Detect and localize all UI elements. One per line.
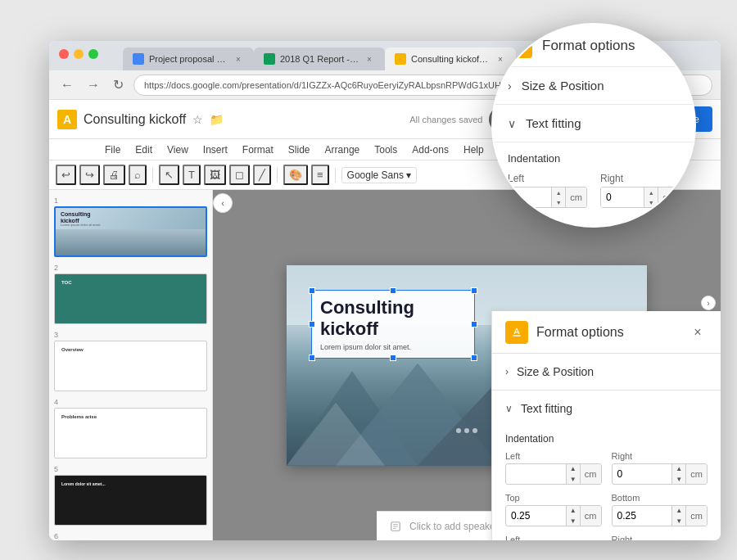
text-fitting-section: ∨ Text fitting Indentation Left xyxy=(492,391,721,540)
padding-bottom-spinner: ▲ ▼ xyxy=(671,505,685,526)
menu-tools[interactable]: Tools xyxy=(368,142,404,158)
zoom-panel-title: Format options xyxy=(542,38,635,54)
resize-handle-tl[interactable] xyxy=(309,287,315,294)
back-button[interactable]: ← xyxy=(57,76,77,94)
resize-handle-bl[interactable] xyxy=(309,355,315,361)
folder-icon[interactable]: 📁 xyxy=(210,113,224,126)
padding-top-up[interactable]: ▲ xyxy=(567,505,580,516)
padding-bottom-group: Bottom ▲ ▼ cm xyxy=(612,493,708,526)
indentation-right-down[interactable]: ▼ xyxy=(672,474,685,485)
indentation-left-down[interactable]: ▼ xyxy=(567,474,580,485)
padding-bottom-input-row: ▲ ▼ cm xyxy=(612,505,708,526)
forward-button[interactable]: → xyxy=(84,76,103,94)
resize-handle-tr[interactable] xyxy=(471,287,477,294)
menu-arrange[interactable]: Arrange xyxy=(319,142,367,158)
indentation-right-input[interactable] xyxy=(613,468,672,480)
resize-handle-bc[interactable] xyxy=(390,355,396,361)
indentation-right-up[interactable]: ▲ xyxy=(672,463,685,474)
menu-edit[interactable]: Edit xyxy=(129,142,159,158)
tab-3-close[interactable]: × xyxy=(495,53,506,65)
indentation-title: Indentation xyxy=(505,433,708,445)
slide-thumb-2[interactable]: TOC xyxy=(54,273,207,324)
padding-right-label: Right xyxy=(612,535,708,540)
slide-thumb-4[interactable]: Problems arise xyxy=(54,408,207,458)
maximize-button[interactable] xyxy=(88,49,98,59)
menu-file[interactable]: File xyxy=(98,142,127,158)
tab-2-close[interactable]: × xyxy=(364,53,375,65)
fmt-image[interactable]: 🖼 xyxy=(204,165,226,185)
sidebar-collapse-button[interactable]: ‹ xyxy=(213,193,233,213)
fmt-cursor[interactable]: ↖ xyxy=(159,165,179,185)
size-position-header[interactable]: › Size & Position xyxy=(492,354,721,390)
slide-thumb-1[interactable]: Consultingkickoff Lorem ipsum dolor sit … xyxy=(54,206,207,257)
indentation-left-input[interactable] xyxy=(506,468,566,480)
padding-top-input[interactable] xyxy=(506,510,566,522)
resize-handle-tc[interactable] xyxy=(390,287,396,294)
slide-thumb-3[interactable]: Overview xyxy=(54,341,207,391)
indentation-right-unit: cm xyxy=(685,464,707,484)
slide-thumb-5[interactable]: Lorem dolor sit amet... xyxy=(54,475,207,526)
padding-top-group: Top ▲ ▼ cm xyxy=(505,493,602,526)
slide-num-2: 2 xyxy=(54,264,207,272)
padding-top-down[interactable]: ▼ xyxy=(567,516,580,526)
tab-3[interactable]: Consulting kickoff - Google Sl... × xyxy=(385,47,516,70)
padding-top-unit: cm xyxy=(580,506,601,526)
fmt-zoom[interactable]: ⌕ xyxy=(129,165,147,185)
fmt-redo[interactable]: ↪ xyxy=(79,165,100,185)
slide-subtitle: Lorem ipsum dolor sit amet. xyxy=(320,343,466,351)
slide-title: Consultingkickoff xyxy=(320,297,466,341)
menu-help[interactable]: Help xyxy=(457,142,491,158)
panel-icon xyxy=(505,321,528,344)
menu-view[interactable]: View xyxy=(161,142,195,158)
star-icon[interactable]: ☆ xyxy=(192,113,203,126)
menu-slide[interactable]: Slide xyxy=(282,142,317,158)
fmt-align[interactable]: ≡ xyxy=(311,165,329,185)
zoom-indentation-title: Indentation xyxy=(508,152,680,165)
tab-1-close[interactable]: × xyxy=(233,53,244,65)
padding-bottom-down[interactable]: ▼ xyxy=(672,516,685,526)
fmt-line[interactable]: ╱ xyxy=(253,165,271,185)
fmt-print[interactable]: 🖨 xyxy=(103,165,125,185)
slide-num-5: 5 xyxy=(54,465,207,473)
resize-handle-ml[interactable] xyxy=(309,321,315,327)
indentation-left-up[interactable]: ▲ xyxy=(567,463,580,474)
tab-2-label: 2018 Q1 Report - Google She... xyxy=(280,54,359,64)
zoom-right-up[interactable]: ▲ xyxy=(644,187,658,197)
zoom-size-position[interactable]: › Size & Position xyxy=(493,67,694,105)
menu-format[interactable]: Format xyxy=(236,142,280,158)
zoom-left-up[interactable]: ▲ xyxy=(552,187,565,197)
divider-2 xyxy=(277,168,278,183)
indentation-left-group: Left ▲ ▼ cm xyxy=(505,451,602,485)
notes-icon xyxy=(390,521,401,532)
zoom-text-fitting[interactable]: ∨ Text fitting xyxy=(493,105,694,142)
tab-2[interactable]: 2018 Q1 Report - Google She... × xyxy=(254,47,385,70)
menu-addons[interactable]: Add-ons xyxy=(405,142,455,158)
menu-insert[interactable]: Insert xyxy=(197,142,234,158)
zoom-left-down[interactable]: ▼ xyxy=(552,197,565,207)
text-fitting-body: Indentation Left ▲ ▼ cm xyxy=(492,427,721,540)
minimize-button[interactable] xyxy=(74,49,84,59)
resize-handle-br[interactable] xyxy=(471,355,477,361)
panel-close-button[interactable]: × xyxy=(688,323,708,342)
autosave-status: All changes saved xyxy=(409,115,482,124)
padding-top-input-row: ▲ ▼ cm xyxy=(505,505,602,526)
tab-1[interactable]: Project proposal - Google Doc... × xyxy=(123,47,254,70)
padding-bottom-input[interactable] xyxy=(613,510,672,522)
indentation-row: Left ▲ ▼ cm xyxy=(505,451,708,485)
font-selector[interactable]: Google Sans ▾ xyxy=(341,167,418,183)
fmt-shape[interactable]: ◻ xyxy=(229,165,250,185)
text-fitting-chevron: ∨ xyxy=(505,403,513,414)
app-title: Consulting kickoff xyxy=(84,112,186,127)
fmt-textbox[interactable]: T xyxy=(183,165,201,185)
reload-button[interactable]: ↻ xyxy=(110,75,127,94)
text-box[interactable]: Consultingkickoff Lorem ipsum dolor sit … xyxy=(311,290,475,359)
fmt-bg-color[interactable]: 🎨 xyxy=(283,165,308,185)
zoom-right-label: Right xyxy=(600,173,680,184)
zoom-right-down[interactable]: ▼ xyxy=(644,197,658,207)
resize-handle-mr[interactable] xyxy=(471,321,477,327)
text-fitting-header[interactable]: ∨ Text fitting xyxy=(492,391,721,427)
zoom-right-input[interactable] xyxy=(601,187,644,207)
close-button[interactable] xyxy=(59,49,69,59)
padding-bottom-up[interactable]: ▲ xyxy=(672,505,685,516)
fmt-undo[interactable]: ↩ xyxy=(56,165,76,185)
